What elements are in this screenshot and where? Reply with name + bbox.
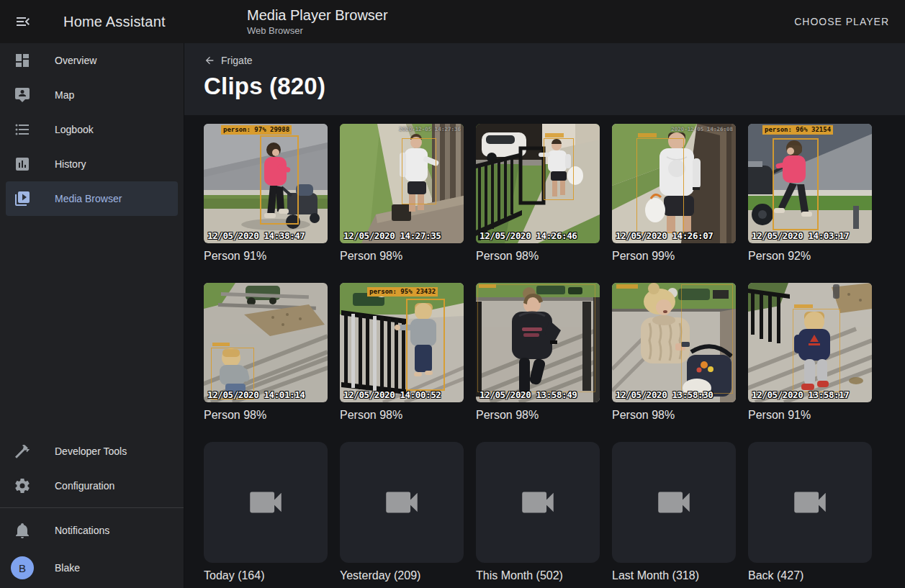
video-icon: [381, 481, 423, 523]
play-box-multiple-icon: [14, 190, 31, 207]
clip-thumbnail: person: 97% 29988 12/05/2020 14:38:47: [204, 124, 328, 243]
clip-thumbnail: 12/05/2020 14:01:14: [204, 283, 328, 402]
detection-tag: [638, 133, 657, 137]
clip-thumbnail-image: [340, 283, 464, 402]
media-player-header: Media Player Browser Web Browser: [184, 6, 785, 37]
sidebar-item-configuration[interactable]: Configuration: [0, 469, 184, 503]
folder-card-today[interactable]: Today (164): [204, 442, 328, 583]
list-bulleted-icon: [14, 121, 31, 138]
camera-osd-timestamp: 2020-12-05 14:27:36: [399, 126, 461, 132]
folder-label: Yesterday (209): [340, 569, 464, 583]
video-icon: [245, 481, 287, 523]
detection-tag: [212, 343, 230, 346]
clip-thumbnail: 12/05/2020 14:26:46: [476, 124, 600, 243]
choose-player-button[interactable]: CHOOSE PLAYER: [785, 9, 898, 35]
app-title: Home Assistant: [63, 14, 166, 30]
sidebar-header: Home Assistant: [0, 4, 184, 39]
detection-label: person: 95% 23432: [367, 287, 438, 297]
folder-thumbnail: [476, 442, 600, 563]
tooltip-account-icon: [14, 86, 31, 104]
clip-card[interactable]: 12/05/2020 13:58:17 Person 91%: [748, 283, 872, 422]
view-dashboard-icon: [14, 52, 31, 69]
detection-tag: [479, 284, 496, 288]
sidebar-item-logbook[interactable]: Logbook: [0, 112, 184, 147]
detection-label: person: 96% 32154: [762, 125, 833, 135]
clip-card[interactable]: person: 96% 32154 12/05/2020 14:03:17 Pe…: [748, 124, 872, 263]
clip-timestamp: 12/05/2020 13:58:17: [752, 389, 849, 400]
sidebar-item-notifications[interactable]: Notifications: [0, 513, 184, 548]
folder-label: Today (164): [204, 569, 328, 583]
folder-card-last-month[interactable]: Last Month (318): [612, 442, 736, 583]
clip-card[interactable]: 2020-12-05 14:26:08 12/05/2020 14:26:07 …: [612, 124, 736, 263]
folder-label: Back (427): [748, 569, 872, 583]
sidebar-item-map[interactable]: Map: [0, 78, 184, 112]
sidebar-item-media-browser[interactable]: Media Browser: [6, 181, 178, 216]
clip-thumbnail: 12/05/2020 13:58:30: [612, 283, 736, 402]
folder-card-this-month[interactable]: This Month (502): [476, 442, 600, 583]
clip-thumbnail-image: [476, 283, 600, 402]
detection-label: person: 97% 29988: [221, 125, 292, 135]
breadcrumb[interactable]: Frigate: [204, 55, 253, 66]
sidebar-item-developer-tools[interactable]: Developer Tools: [0, 434, 184, 469]
media-browser-content: Frigate Clips (820): [184, 43, 905, 588]
clip-card[interactable]: person: 95% 23432 12/05/2020 14:00:52 Pe…: [340, 283, 464, 422]
sidebar: Overview Map Logbook History: [0, 43, 184, 588]
sidebar-item-label: Logbook: [55, 124, 94, 135]
clip-caption: Person 98%: [340, 249, 464, 263]
clip-caption: Person 98%: [204, 408, 328, 422]
clip-caption: Person 98%: [476, 249, 600, 263]
clip-timestamp: 12/05/2020 14:00:52: [343, 389, 441, 400]
clip-timestamp: 12/05/2020 14:27:35: [343, 230, 441, 241]
profile-name: Blake: [55, 562, 80, 574]
clip-card[interactable]: 12/05/2020 13:58:49 Person 98%: [476, 283, 600, 422]
clip-timestamp: 12/05/2020 13:58:49: [479, 389, 577, 400]
clip-thumbnail: person: 96% 32154 12/05/2020 14:03:17: [748, 124, 872, 243]
detection-tag: [794, 304, 813, 308]
folder-label: This Month (502): [476, 569, 600, 583]
clip-timestamp: 12/05/2020 14:03:17: [752, 230, 849, 241]
clip-thumbnail-image: [340, 124, 464, 243]
clip-card[interactable]: person: 97% 29988 12/05/2020 14:38:47 Pe…: [204, 124, 328, 263]
clip-card[interactable]: 12/05/2020 14:01:14 Person 98%: [204, 283, 328, 422]
sidebar-toggle-button[interactable]: [6, 4, 40, 39]
clip-thumbnail-image: [612, 124, 736, 243]
clip-thumbnail-image: [476, 124, 600, 243]
clip-thumbnail-image: [748, 283, 872, 402]
media-browser-header: Frigate Clips (820): [184, 43, 905, 115]
clip-thumbnail: 12/05/2020 13:58:49: [476, 283, 600, 402]
clip-caption: Person 91%: [204, 249, 328, 263]
page-heading: Clips (820): [204, 73, 905, 100]
folder-thumbnail: [340, 442, 464, 563]
clip-thumbnail: 2020-12-05 14:27:36 12/05/2020 14:27:35: [340, 124, 464, 243]
camera-osd-timestamp: 2020-12-05 14:26:08: [671, 126, 733, 132]
folder-card-back[interactable]: Back (427): [748, 442, 872, 583]
sidebar-divider: [0, 507, 184, 508]
sidebar-spacer: [0, 216, 184, 434]
sidebar-item-label: Overview: [55, 55, 96, 66]
clip-thumbnail-image: [748, 124, 872, 243]
media-grid: person: 97% 29988 12/05/2020 14:38:47 Pe…: [184, 115, 905, 583]
sidebar-item-overview[interactable]: Overview: [0, 43, 184, 78]
sidebar-item-history[interactable]: History: [0, 147, 184, 181]
gear-icon: [14, 477, 31, 494]
clip-card[interactable]: 12/05/2020 14:26:46 Person 98%: [476, 124, 600, 263]
menu-open-icon: [14, 13, 32, 30]
clip-timestamp: 12/05/2020 13:58:30: [616, 389, 713, 400]
clip-card[interactable]: 2020-12-05 14:27:36 12/05/2020 14:27:35 …: [340, 124, 464, 263]
page-title: Media Player Browser: [247, 6, 785, 24]
folder-label: Last Month (318): [612, 569, 736, 583]
clip-card[interactable]: 12/05/2020 13:58:30 Person 98%: [612, 283, 736, 422]
sidebar-profile[interactable]: B Blake: [0, 548, 184, 588]
media-grid-scroll-area[interactable]: person: 97% 29988 12/05/2020 14:38:47 Pe…: [184, 115, 905, 588]
arrow-left-icon: [204, 55, 215, 66]
sidebar-item-label: Map: [55, 89, 74, 101]
hammer-icon: [14, 443, 31, 460]
bell-icon: [14, 522, 31, 539]
breadcrumb-label: Frigate: [221, 55, 253, 66]
sidebar-item-label: Media Browser: [55, 193, 122, 204]
detection-tag: [545, 133, 564, 137]
sidebar-item-label: Configuration: [55, 480, 114, 492]
folder-card-yesterday[interactable]: Yesterday (209): [340, 442, 464, 583]
clip-thumbnail-image: [204, 124, 328, 243]
clip-thumbnail-image: [612, 283, 736, 402]
